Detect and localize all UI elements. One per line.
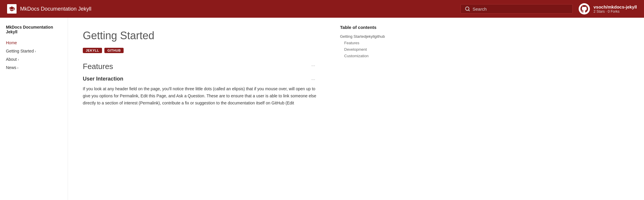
sidebar-item-home[interactable]: Home bbox=[6, 39, 62, 47]
toc-list: Getting Startedjekyllgithub Features Dev… bbox=[340, 34, 393, 58]
sidebar-link-news[interactable]: News bbox=[6, 64, 62, 71]
search-icon bbox=[465, 6, 470, 12]
github-avatar bbox=[579, 3, 590, 14]
tags-container: JEKYLL GITHUB bbox=[83, 48, 316, 53]
toc-item-customization[interactable]: Customization bbox=[340, 53, 393, 58]
page-title: Getting Started bbox=[83, 29, 316, 42]
sidebar-site-title: MkDocs Documentation Jekyll bbox=[6, 25, 62, 34]
toc-link-features[interactable]: Features bbox=[344, 41, 359, 45]
svg-line-1 bbox=[469, 10, 470, 11]
sidebar-item-news[interactable]: News bbox=[6, 64, 62, 71]
toc-link-getting-started[interactable]: Getting Startedjekyllgithub bbox=[340, 34, 385, 39]
layout: MkDocs Documentation Jekyll Home Getting… bbox=[0, 18, 644, 200]
sidebar-link-getting-started[interactable]: Getting Started bbox=[6, 47, 62, 55]
tag-jekyll: JEKYLL bbox=[83, 48, 102, 53]
toc-title: Table of contents bbox=[340, 25, 393, 30]
logo-icon bbox=[7, 4, 17, 14]
github-repo: vsoch/mkdocs-jekyll bbox=[593, 4, 637, 9]
tag-github: GITHUB bbox=[104, 48, 124, 53]
toc-item-development[interactable]: Development bbox=[340, 47, 393, 52]
sidebar-item-getting-started[interactable]: Getting Started bbox=[6, 47, 62, 55]
search-input[interactable] bbox=[473, 6, 568, 12]
main-content: Getting Started JEKYLL GITHUB Features .… bbox=[68, 18, 334, 200]
user-interaction-header: User Interaction ... bbox=[83, 76, 316, 82]
sidebar-link-home[interactable]: Home bbox=[6, 39, 62, 47]
header: MkDocs Documentation Jekyll vsoch/mkdocs… bbox=[0, 0, 644, 18]
features-ellipsis[interactable]: ... bbox=[310, 62, 316, 67]
sidebar: MkDocs Documentation Jekyll Home Getting… bbox=[0, 18, 68, 200]
user-interaction-ellipsis[interactable]: ... bbox=[310, 76, 316, 81]
sidebar-nav: Home Getting Started About News bbox=[6, 39, 62, 71]
features-heading: Features bbox=[83, 62, 113, 71]
user-interaction-body: If you look at any header field on the p… bbox=[83, 86, 316, 106]
toc-item-getting-started[interactable]: Getting Startedjekyllgithub bbox=[340, 34, 393, 39]
github-info: vsoch/mkdocs-jekyll 2 Stars · 0 Forks bbox=[593, 4, 637, 14]
github-section: vsoch/mkdocs-jekyll 2 Stars · 0 Forks bbox=[579, 3, 637, 14]
search-box[interactable] bbox=[460, 4, 573, 14]
user-interaction-heading: User Interaction bbox=[83, 76, 123, 82]
sidebar-item-about[interactable]: About bbox=[6, 55, 62, 63]
toc-item-features[interactable]: Features bbox=[340, 40, 393, 45]
sidebar-link-about[interactable]: About bbox=[6, 55, 62, 63]
toc: Table of contents Getting Startedjekyllg… bbox=[334, 18, 399, 200]
github-stats: 2 Stars · 0 Forks bbox=[593, 9, 637, 14]
header-logo[interactable]: MkDocs Documentation Jekyll bbox=[7, 4, 91, 14]
toc-link-customization[interactable]: Customization bbox=[344, 54, 368, 58]
site-title: MkDocs Documentation Jekyll bbox=[20, 6, 91, 12]
features-section-header: Features ... bbox=[83, 62, 316, 76]
toc-link-development[interactable]: Development bbox=[344, 47, 367, 52]
